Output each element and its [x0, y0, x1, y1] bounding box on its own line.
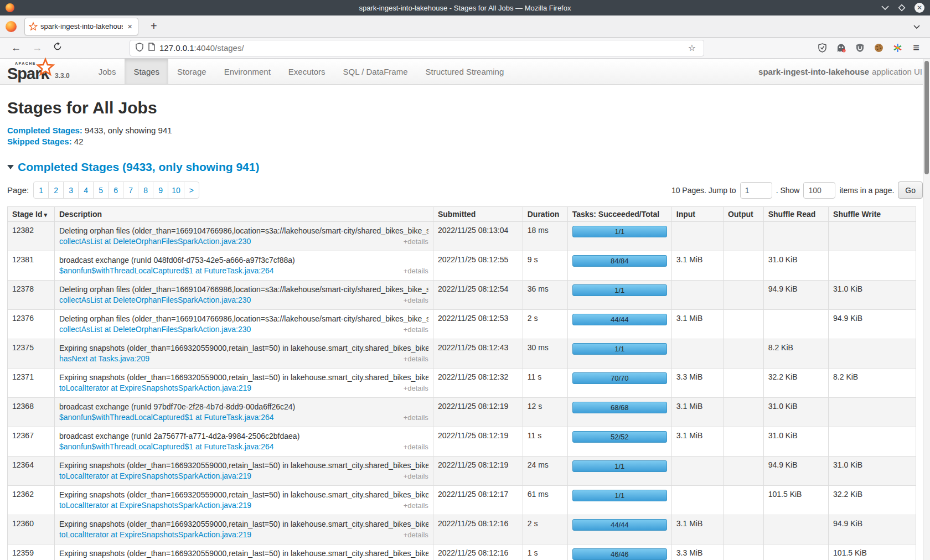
page-link-1[interactable]: 1: [33, 182, 49, 199]
stage-callsite-link[interactable]: $anonfun$withThreadLocalCaptured$1 at Fu…: [59, 266, 274, 276]
tasks-cell: 70/70: [567, 369, 671, 398]
column-header-submitted[interactable]: Submitted: [433, 207, 523, 222]
firefox-view-icon[interactable]: [6, 21, 17, 32]
page-link-7[interactable]: 7: [123, 182, 138, 199]
stage-callsite-link[interactable]: toLocalIterator at ExpireSnapshotsSparkA…: [59, 383, 251, 393]
new-tab-button[interactable]: +: [147, 20, 161, 33]
page-scrollbar[interactable]: [923, 59, 930, 560]
details-toggle[interactable]: +details: [404, 500, 428, 511]
skipped-stages-link[interactable]: Skipped Stages:: [7, 137, 72, 146]
details-toggle[interactable]: +details: [404, 354, 428, 364]
shuffle-write-cell: [829, 222, 916, 251]
extension-ublock-icon[interactable]: [854, 42, 866, 54]
go-button[interactable]: Go: [898, 182, 923, 199]
browser-tab-active[interactable]: spark-ingest-into-lakehous ×: [24, 18, 138, 35]
page-link-10[interactable]: 10: [168, 182, 184, 199]
details-toggle[interactable]: +details: [404, 471, 428, 481]
details-toggle[interactable]: +details: [404, 236, 428, 247]
back-button[interactable]: ←: [6, 42, 27, 54]
window-title: spark-ingest-into-lakehouse - Stages for…: [0, 4, 930, 12]
details-toggle[interactable]: +details: [404, 383, 428, 393]
extension-ghostery-icon[interactable]: x: [835, 42, 847, 54]
jump-to-page-input[interactable]: [740, 182, 772, 199]
details-toggle[interactable]: +details: [404, 442, 428, 452]
details-toggle[interactable]: +details: [404, 324, 428, 335]
nav-item-sql-dataframe[interactable]: SQL / DataFrame: [334, 59, 417, 84]
details-toggle[interactable]: +details: [404, 295, 428, 305]
sort-desc-icon: ▾: [44, 211, 47, 218]
tasks-progress-bar: 1/1: [572, 460, 667, 472]
tasks-progress-bar: 46/46: [572, 548, 667, 560]
stage-callsite-link[interactable]: toLocalIterator at ExpireSnapshotsSparkA…: [59, 471, 251, 481]
nav-item-storage[interactable]: Storage: [168, 59, 215, 84]
tab-close-icon[interactable]: ×: [126, 22, 133, 30]
extension-shield-check-icon[interactable]: [816, 42, 828, 54]
description-cell: Expiring snapshots (older_than=166932055…: [54, 486, 433, 515]
nav-item-jobs[interactable]: Jobs: [90, 59, 125, 84]
tasks-cell: 84/84: [567, 251, 671, 281]
stage-callsite-link[interactable]: toLocalIterator at ExpireSnapshotsSparkA…: [59, 530, 251, 540]
details-toggle[interactable]: +details: [404, 412, 428, 423]
submitted-cell: 2022/11/25 08:12:32: [433, 369, 523, 398]
nav-item-environment[interactable]: Environment: [215, 59, 280, 84]
stage-description: Expiring snapshots (older_than=166932055…: [59, 460, 428, 471]
stage-callsite-link[interactable]: $anonfun$withThreadLocalCaptured$1 at Fu…: [59, 412, 274, 423]
output-cell: [723, 515, 763, 545]
window-minimize-button[interactable]: [881, 6, 889, 11]
stage-callsite-link[interactable]: collectAsList at DeleteOrphanFilesSparkA…: [59, 236, 251, 247]
stage-callsite-link[interactable]: collectAsList at DeleteOrphanFilesSparkA…: [59, 324, 251, 335]
column-header-description[interactable]: Description: [54, 207, 433, 222]
url-text: 127.0.0.1:4040/stages/: [159, 43, 686, 53]
column-header-shuffle-write[interactable]: Shuffle Write: [829, 207, 916, 222]
stage-callsite-link[interactable]: hasNext at Tasks.java:209: [59, 354, 149, 364]
forward-button[interactable]: →: [27, 42, 48, 54]
reload-button[interactable]: [48, 42, 68, 54]
items-per-page-input[interactable]: [803, 182, 835, 199]
page-link-9[interactable]: 9: [153, 182, 168, 199]
input-cell: [671, 281, 723, 310]
page-link-5[interactable]: 5: [93, 182, 108, 199]
completed-stages-link[interactable]: Completed Stages:: [7, 126, 82, 135]
completed-stages-section-toggle[interactable]: Completed Stages (9433, only showing 941…: [7, 160, 923, 174]
nav-item-structured-streaming[interactable]: Structured Streaming: [417, 59, 513, 84]
tracking-shield-icon[interactable]: [136, 43, 143, 54]
bookmark-star-icon[interactable]: ☆: [686, 43, 698, 53]
page-link-6[interactable]: 6: [108, 182, 123, 199]
details-toggle[interactable]: +details: [404, 530, 428, 540]
column-header-input[interactable]: Input: [671, 207, 723, 222]
stage-id-cell: 12359: [8, 545, 55, 560]
tasks-cell: 46/46: [567, 545, 671, 560]
page-content: Stages for All Jobs Completed Stages: 94…: [0, 98, 930, 560]
window-maximize-button[interactable]: [898, 4, 906, 12]
column-header-stage-id[interactable]: Stage Id▾: [8, 207, 55, 222]
page-link-2[interactable]: 2: [48, 182, 64, 199]
column-header-duration[interactable]: Duration: [523, 207, 567, 222]
scrollbar-thumb[interactable]: [924, 61, 929, 174]
items-text: items in a page.: [839, 186, 894, 195]
list-all-tabs-chevron-icon[interactable]: [909, 19, 924, 34]
nav-item-stages[interactable]: Stages: [125, 59, 168, 84]
shuffle-write-cell: 31.0 KiB: [829, 457, 916, 486]
page-link-3[interactable]: 3: [63, 182, 79, 199]
details-toggle[interactable]: +details: [404, 266, 428, 276]
next-page-button[interactable]: >: [184, 182, 199, 199]
stage-callsite-link[interactable]: collectAsList at DeleteOrphanFilesSparkA…: [59, 295, 251, 305]
extension-colorful-asterisk-icon[interactable]: [891, 42, 903, 54]
stage-callsite-link[interactable]: toLocalIterator at ExpireSnapshotsSparkA…: [59, 500, 251, 511]
window-close-button[interactable]: ✕: [914, 3, 924, 13]
description-cell: broadcast exchange (runId 2a75677f-a771-…: [54, 427, 433, 457]
page-info-icon[interactable]: [148, 43, 155, 53]
column-header-tasks[interactable]: Tasks: Succeeded/Total: [567, 207, 671, 222]
nav-item-executors[interactable]: Executors: [280, 59, 334, 84]
output-cell: [723, 222, 763, 251]
stage-callsite-link[interactable]: $anonfun$withThreadLocalCaptured$1 at Fu…: [59, 442, 274, 452]
description-cell: Expiring snapshots (older_than=166932055…: [54, 339, 433, 369]
extension-cookie-icon[interactable]: [872, 42, 885, 54]
page-link-4[interactable]: 4: [78, 182, 94, 199]
column-header-output[interactable]: Output: [723, 207, 763, 222]
browser-tab-bar: spark-ingest-into-lakehous × +: [0, 15, 930, 38]
column-header-shuffle-read[interactable]: Shuffle Read: [763, 207, 828, 222]
page-link-8[interactable]: 8: [138, 182, 153, 199]
menu-hamburger-icon[interactable]: ≡: [910, 42, 922, 54]
url-bar[interactable]: 127.0.0.1:4040/stages/ ☆: [130, 40, 704, 56]
